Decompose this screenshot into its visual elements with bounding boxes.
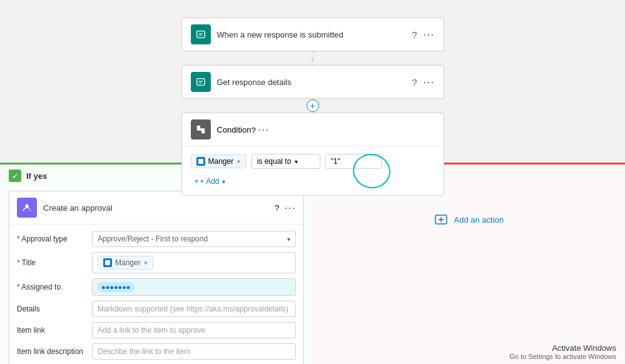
- step1-icon: [191, 24, 211, 44]
- operator-label: is equal to: [257, 157, 292, 166]
- approval-help-icon[interactable]: ?: [275, 203, 279, 213]
- title-chip-icon: [103, 258, 112, 267]
- approval-header: Create an approval ? ···: [9, 191, 303, 225]
- condition-chip[interactable]: Manger ×: [191, 154, 246, 168]
- step1-card: When a new response is submitted ? ···: [181, 18, 444, 51]
- connector1: ↓: [309, 51, 317, 65]
- condition-more-icon[interactable]: ···: [258, 123, 269, 136]
- title-field[interactable]: Manger ×: [92, 252, 296, 273]
- step1-more-icon[interactable]: ···: [423, 28, 434, 41]
- svg-rect-1: [196, 79, 205, 86]
- condition-value-input[interactable]: [325, 154, 382, 169]
- item-link-desc-placeholder: Describe the link to the item: [98, 347, 190, 356]
- condition-row: Manger × is equal to ▾: [191, 154, 435, 169]
- form-row-details: Details Markdown supported (see https://…: [17, 301, 296, 317]
- assigned-to-label: Assigned to: [17, 283, 92, 291]
- step2-help-icon[interactable]: ?: [412, 78, 417, 87]
- condition-value-wrapper: [325, 154, 382, 169]
- approval-type-field[interactable]: Approve/Reject - First to respond ▾: [92, 231, 296, 247]
- plus-connector1: +: [307, 99, 319, 113]
- condition-card: Condition ? ··· Manger × is equal to: [181, 113, 444, 196]
- condition-add-button[interactable]: + + Add ▾: [191, 175, 229, 188]
- title-label: Title: [17, 258, 92, 267]
- condition-icon: [191, 119, 211, 139]
- windows-activation-subtitle: Go to Settings to activate Windows: [509, 353, 616, 360]
- add-chevron-icon: ▾: [222, 178, 225, 185]
- title-chip-label: Manger: [115, 258, 141, 267]
- add-action-button[interactable]: Add an action: [434, 212, 504, 227]
- title-chip[interactable]: Manger ×: [98, 256, 153, 270]
- approval-body: Approval type Approve/Reject - First to …: [9, 225, 303, 364]
- approval-icon: [17, 198, 37, 218]
- approval-title: Create an approval: [43, 203, 275, 213]
- operator-chevron-icon: ▾: [295, 158, 298, 165]
- approval-type-label: Approval type: [17, 235, 92, 243]
- windows-activation-title: Activate Windows: [509, 343, 616, 353]
- chip-remove-icon[interactable]: ×: [236, 158, 240, 165]
- step2-title: Get response details: [217, 78, 412, 87]
- svg-rect-5: [198, 159, 203, 164]
- approval-more-icon[interactable]: ···: [284, 201, 295, 215]
- svg-rect-3: [196, 126, 200, 129]
- form-row-item-link: Item link Add a link to the item to appr…: [17, 322, 296, 338]
- svg-rect-0: [196, 31, 205, 38]
- condition-title: Condition: [217, 125, 252, 134]
- step2-card: Get response details ? ···: [181, 65, 444, 99]
- approval-card: Create an approval ? ··· Approval type A…: [9, 191, 304, 364]
- step2-actions: ? ···: [412, 76, 434, 89]
- approval-type-chevron-icon: ▾: [287, 236, 290, 243]
- add-action-area: Add an action: [313, 187, 626, 252]
- form-row-approval-type: Approval type Approve/Reject - First to …: [17, 231, 296, 247]
- item-link-label: Item link: [17, 326, 92, 335]
- step1-help-icon[interactable]: ?: [412, 30, 417, 39]
- assigned-to-tag: ●●●●●●●: [98, 282, 135, 292]
- add-plus-icon: +: [195, 177, 199, 186]
- form-row-item-link-desc: Item link description Describe the link …: [17, 343, 296, 360]
- step1-actions: ? ···: [412, 28, 434, 41]
- details-field[interactable]: Markdown supported (see https://aka.ms/a…: [92, 301, 296, 317]
- step1-title: When a new response is submitted: [217, 30, 412, 39]
- title-chip-remove-icon[interactable]: ×: [144, 259, 148, 266]
- plus-button1[interactable]: +: [307, 99, 319, 112]
- form-row-title: Title Manger ×: [17, 252, 296, 273]
- add-action-label: Add an action: [454, 215, 504, 225]
- item-link-placeholder: Add a link to the item to approve: [98, 326, 205, 335]
- condition-actions: ? ···: [251, 123, 269, 136]
- condition-help-icon[interactable]: ?: [251, 126, 255, 135]
- details-label: Details: [17, 305, 92, 313]
- condition-header: Condition ? ···: [182, 113, 444, 146]
- form-row-assigned-to: Assigned to ●●●●●●●: [17, 278, 296, 296]
- windows-activation: Activate Windows Go to Settings to activ…: [501, 340, 625, 364]
- svg-rect-4: [201, 130, 204, 133]
- step2-more-icon[interactable]: ···: [423, 76, 434, 89]
- svg-rect-7: [105, 260, 110, 265]
- approval-type-value: Approve/Reject - First to respond: [98, 235, 208, 243]
- add-action-icon: [434, 212, 449, 227]
- item-link-field[interactable]: Add a link to the item to approve: [92, 322, 296, 338]
- condition-operator[interactable]: is equal to ▾: [252, 154, 320, 169]
- svg-point-6: [25, 205, 28, 208]
- assigned-to-field[interactable]: ●●●●●●●: [92, 278, 296, 296]
- item-link-desc-label: Item link description: [17, 347, 92, 356]
- add-label: + Add: [200, 177, 220, 186]
- chip-label: Manger: [208, 157, 234, 166]
- chip-icon: [196, 157, 205, 166]
- arrow1-icon: ↓: [309, 53, 317, 64]
- details-placeholder: Markdown supported (see https://aka.ms/a…: [98, 305, 288, 313]
- condition-body: Manger × is equal to ▾ + + Add: [182, 146, 444, 195]
- step2-icon: [191, 72, 211, 92]
- item-link-desc-field[interactable]: Describe the link to the item: [92, 343, 296, 360]
